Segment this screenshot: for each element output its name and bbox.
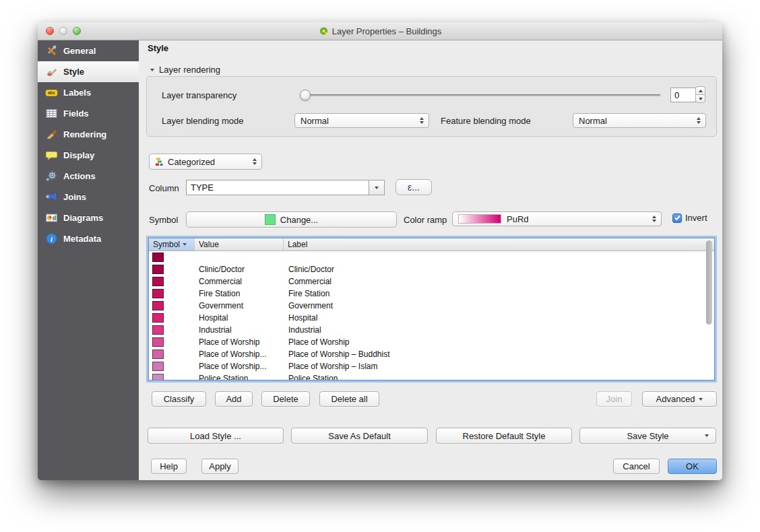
svg-text:i: i — [51, 236, 53, 243]
class-value: Fire Station — [199, 289, 240, 298]
class-value: Industrial — [199, 325, 232, 335]
table-scrollbar-thumb[interactable] — [706, 240, 712, 325]
column-header-value[interactable]: Value — [195, 238, 284, 251]
class-row[interactable] — [149, 251, 714, 263]
sidebar-item-joins[interactable]: Joins — [38, 187, 139, 207]
symbol-swatch[interactable] — [152, 374, 164, 380]
class-row[interactable]: GovernmentGovernment — [149, 300, 714, 312]
sidebar-item-label: Labels — [63, 88, 91, 98]
symbol-swatch[interactable] — [152, 337, 164, 347]
sidebar-item-general[interactable]: General — [38, 40, 139, 61]
sidebar-item-fields[interactable]: Fields — [38, 103, 139, 124]
cancel-button[interactable]: Cancel — [613, 459, 660, 474]
svg-text:abc: abc — [47, 90, 55, 95]
class-label: Fire Station — [288, 289, 329, 298]
sidebar-item-label: Style — [63, 67, 84, 77]
stepper-down-button[interactable] — [695, 94, 705, 103]
class-label: Place of Worship – Islam — [288, 362, 378, 371]
renderer-type-select[interactable]: Categorized — [149, 154, 262, 170]
class-row[interactable]: Police StationPolice Station — [149, 372, 714, 380]
sidebar-item-rendering[interactable]: Rendering — [38, 124, 139, 145]
column-header-label: Symbol — [153, 240, 180, 249]
class-row[interactable]: Place of Worship...Place of Worship – Bu… — [149, 348, 714, 360]
sidebar-item-display[interactable]: Display — [38, 145, 139, 166]
gear-icon — [44, 170, 58, 183]
titlebar[interactable]: Layer Properties – Buildings — [38, 22, 722, 40]
brush-icon — [44, 128, 58, 141]
class-row[interactable]: Place of Worship...Place of Worship – Is… — [149, 360, 714, 372]
column-header-label[interactable]: Label — [284, 238, 714, 251]
class-row[interactable]: Clinic/DoctorClinic/Doctor — [149, 263, 714, 275]
help-button[interactable]: Help — [151, 459, 187, 474]
stepper-up-button[interactable] — [695, 86, 705, 94]
sidebar-item-label: Joins — [63, 192, 86, 202]
class-row[interactable]: CommercialCommercial — [149, 275, 714, 288]
classes-table: SymbolValueLabel Clinic/DoctorClinic/Doc… — [148, 238, 715, 380]
symbol-label: Symbol — [149, 215, 178, 225]
sidebar: GeneralStyleabcLabelsFieldsRenderingDisp… — [38, 40, 139, 480]
sidebar-item-labels[interactable]: abcLabels — [38, 82, 139, 103]
categorized-icon — [155, 158, 164, 166]
class-label: Place of Worship – Buddhist — [288, 350, 390, 359]
symbol-swatch[interactable] — [152, 277, 164, 286]
sort-descending-icon — [183, 243, 187, 246]
collapse-triangle-icon — [150, 69, 154, 71]
symbol-swatch[interactable] — [152, 325, 164, 335]
slider-thumb[interactable] — [300, 90, 311, 100]
load-style-button[interactable]: Load Style ... — [148, 428, 284, 444]
invert-checkbox[interactable] — [672, 213, 682, 223]
sidebar-item-label: Diagrams — [63, 213, 103, 223]
symbol-change-label: Change... — [280, 215, 318, 225]
symbol-change-button[interactable]: Change... — [186, 211, 397, 228]
combobox-dropdown-button[interactable] — [369, 180, 384, 195]
class-value: Place of Worship... — [199, 362, 267, 371]
symbol-preview-swatch — [265, 214, 276, 225]
transparency-slider[interactable] — [300, 88, 660, 102]
join-button[interactable]: Join — [596, 391, 632, 407]
checkmark-icon — [674, 214, 681, 222]
advanced-button[interactable]: Advanced — [642, 391, 717, 407]
symbol-swatch[interactable] — [152, 301, 164, 310]
class-value: Place of Worship... — [199, 350, 267, 359]
save-as-default-button[interactable]: Save As Default — [291, 428, 428, 444]
layer-properties-window: Layer Properties – Buildings GeneralStyl… — [38, 22, 722, 479]
sidebar-item-actions[interactable]: Actions — [38, 166, 139, 187]
symbol-swatch[interactable] — [152, 265, 164, 274]
symbol-swatch[interactable] — [152, 350, 164, 359]
add-button[interactable]: Add — [215, 391, 253, 407]
class-label: Government — [288, 301, 333, 310]
class-row[interactable]: HospitalHospital — [149, 312, 714, 324]
ok-button[interactable]: OK — [668, 459, 717, 474]
class-row[interactable]: IndustrialIndustrial — [149, 324, 714, 336]
style-panel: Style Layer rendering Layer transparency… — [139, 40, 722, 480]
feature-blending-select[interactable]: Normal — [573, 113, 706, 128]
class-row[interactable]: Fire StationFire Station — [149, 288, 714, 300]
symbol-swatch[interactable] — [152, 289, 164, 298]
symbol-swatch[interactable] — [152, 313, 164, 323]
sidebar-item-diagrams[interactable]: Diagrams — [38, 207, 139, 228]
layer-blending-select[interactable]: Normal — [294, 113, 429, 128]
symbol-swatch[interactable] — [152, 253, 164, 262]
transparency-value-input[interactable]: 0 — [670, 88, 696, 102]
layer-rendering-collapser[interactable]: Layer rendering — [150, 65, 220, 75]
slider-track[interactable] — [300, 94, 660, 96]
classify-button[interactable]: Classify — [152, 391, 206, 407]
sidebar-item-style[interactable]: Style — [38, 61, 139, 82]
apply-button[interactable]: Apply — [201, 459, 239, 474]
sidebar-item-label: Actions — [63, 171, 96, 181]
save-style-button[interactable]: Save Style — [579, 428, 716, 444]
updown-arrows-icon — [253, 158, 257, 165]
column-header-symbol[interactable]: Symbol — [149, 238, 195, 251]
layer-rendering-group: Layer transparency 0 Layer blending mode… — [146, 76, 717, 137]
layer-blending-value: Normal — [300, 116, 329, 126]
restore-default-style-button[interactable]: Restore Default Style — [436, 428, 572, 444]
symbol-swatch[interactable] — [152, 362, 164, 371]
layer-rendering-label: Layer rendering — [159, 65, 220, 75]
color-ramp-select[interactable]: PuRd — [452, 211, 662, 226]
class-row[interactable]: Place of WorshipPlace of Worship — [149, 336, 714, 348]
sidebar-item-metadata[interactable]: iMetadata — [38, 228, 139, 249]
column-combobox[interactable]: TYPE — [186, 180, 385, 195]
delete-button[interactable]: Delete — [261, 391, 310, 407]
delete-all-button[interactable]: Delete all — [319, 391, 379, 407]
expression-button[interactable]: ε... — [395, 179, 432, 195]
